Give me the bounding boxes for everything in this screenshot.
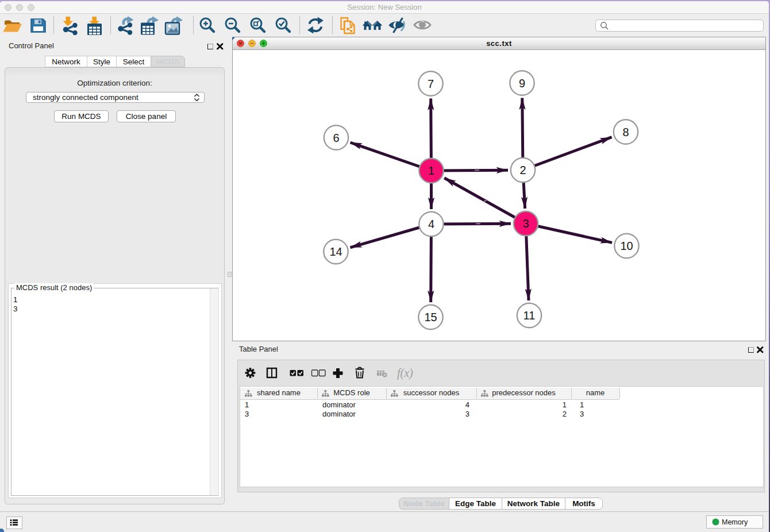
svg-text:11: 11 <box>523 309 536 322</box>
svg-text:f(x): f(x) <box>397 367 413 380</box>
svg-text:7: 7 <box>428 78 434 90</box>
svg-text:3: 3 <box>522 217 529 230</box>
svg-text:4: 4 <box>428 218 434 230</box>
svg-text:9: 9 <box>519 77 525 90</box>
svg-text:6: 6 <box>333 132 339 144</box>
svg-text:8: 8 <box>622 126 629 138</box>
svg-text:1: 1 <box>428 164 434 177</box>
svg-text:2: 2 <box>519 164 526 176</box>
svg-text:10: 10 <box>620 240 633 252</box>
svg-text:15: 15 <box>424 311 437 323</box>
svg-text:14: 14 <box>329 245 342 258</box>
